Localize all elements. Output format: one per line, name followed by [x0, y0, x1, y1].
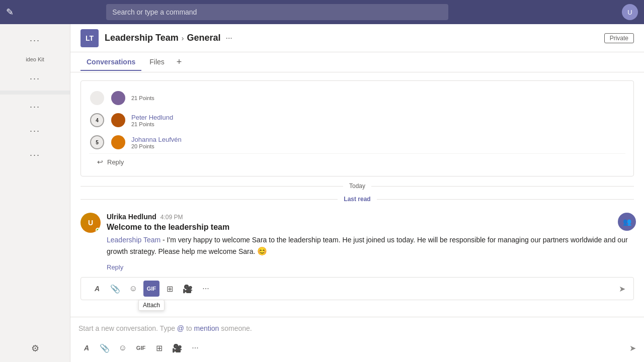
more-btn-lower[interactable]: ··· — [187, 340, 203, 356]
compose-area: Start a new conversation. Type @ to ment… — [70, 317, 644, 362]
compose-placeholder[interactable]: Start a new conversation. Type @ to ment… — [78, 321, 636, 338]
sidebar-item-1[interactable]: ··· — [0, 28, 70, 52]
user-name-5[interactable]: Johanna Leufvén — [131, 136, 625, 143]
gif-btn-upper[interactable]: GIF Attach — [143, 281, 159, 297]
video-icon-upper: 🎥 — [183, 284, 193, 294]
emoji-btn-upper[interactable]: ☺ — [125, 281, 141, 297]
avatar-initials: U — [88, 219, 93, 227]
sidebar-dots-4: ··· — [30, 123, 40, 139]
emoji-btn-lower[interactable]: ☺ — [115, 340, 131, 356]
tab-add-button[interactable]: + — [173, 55, 186, 69]
tab-conversations[interactable]: Conversations — [80, 54, 141, 71]
team-icon: LT — [80, 29, 99, 47]
chevron-icon: › — [182, 34, 184, 42]
message-body-text: - I'm very happy to welcome Sara to the … — [107, 236, 628, 255]
lower-toolbar: A 📎 ☺ GIF ⊞ 🎥 ··· — [78, 338, 636, 358]
messages-area[interactable]: 21 Points 4 Peter Hedlund 21 Points — [70, 72, 644, 317]
sidebar-dots-5: ··· — [30, 147, 40, 163]
message-mention[interactable]: Leadership Team — [107, 236, 160, 244]
attach-tooltip: Attach — [138, 300, 165, 311]
reply-icon: ↩ — [97, 158, 103, 166]
sidebar: ··· ideo Kit ··· ··· ··· ··· ⚙ — [0, 24, 70, 362]
message-text: Leadership Team - I'm very happy to welc… — [107, 235, 634, 257]
divider-today-row: Today — [70, 183, 644, 190]
video-btn-lower[interactable]: 🎥 — [169, 340, 185, 356]
search-bar[interactable]: Search or type a command — [106, 4, 448, 20]
user-points-top: 21 Points — [131, 95, 625, 101]
sticker-btn-lower[interactable]: ⊞ — [151, 340, 167, 356]
gif-icon-upper: GIF — [147, 286, 156, 292]
format-btn-upper[interactable]: A — [89, 281, 105, 297]
leaderboard-row-5: 5 Johanna Leufvén 20 Points — [89, 131, 625, 153]
video-btn-upper[interactable]: 🎥 — [180, 281, 196, 297]
online-indicator — [96, 228, 100, 232]
top-bar: ✎ Search or type a command U — [0, 0, 644, 24]
user-name-4[interactable]: Peter Hedlund — [131, 114, 625, 121]
divider-today-label: Today — [343, 183, 371, 190]
user-avatar-top[interactable]: U — [622, 4, 638, 20]
message-sender[interactable]: Ulrika Hedlund — [107, 213, 156, 221]
divider-line-right-today — [371, 186, 634, 187]
user-info-top: 21 Points — [131, 95, 625, 101]
channel-more-dots[interactable]: ··· — [225, 34, 232, 43]
private-badge[interactable]: Private — [604, 33, 634, 43]
compose-icon[interactable]: ✎ — [6, 7, 14, 18]
reaction-badge[interactable]: 👥 — [618, 213, 636, 231]
compose-at: @ — [177, 324, 184, 332]
send-btn-lower[interactable]: ➤ — [629, 343, 636, 353]
sticker-icon-lower: ⊞ — [156, 343, 163, 353]
video-kit-label: ideo Kit — [26, 56, 44, 62]
divider-lastread-row: Last read — [70, 196, 644, 203]
user-points-5: 20 Points — [131, 143, 625, 149]
sticker-btn-upper[interactable]: ⊞ — [162, 281, 178, 297]
reply-label[interactable]: Reply — [107, 158, 124, 166]
compose-text-before: Start a new conversation. Type — [78, 324, 177, 332]
format-btn-lower[interactable]: A — [78, 340, 95, 356]
user-info-5: Johanna Leufvén 20 Points — [131, 136, 625, 149]
rank-badge-5: 5 — [89, 134, 105, 150]
message-title: Welcome to the leadership team — [107, 223, 634, 232]
channel-name[interactable]: General — [187, 33, 220, 43]
message-reply-button[interactable]: Reply — [107, 261, 634, 273]
send-btn-upper[interactable]: ➤ — [619, 284, 625, 294]
reaction-emoji: 👥 — [623, 218, 631, 226]
content-area: LT Leadership Team › General ··· Private… — [70, 24, 644, 362]
sidebar-dots-1: ··· — [30, 32, 40, 48]
sidebar-item-active[interactable] — [0, 90, 70, 95]
gif-btn-lower[interactable]: GIF — [133, 340, 149, 356]
more-btn-upper[interactable]: ··· — [198, 281, 214, 297]
send-icon-lower: ➤ — [629, 344, 636, 352]
divider-lastread-label: Last read — [338, 196, 376, 203]
divider-line-right-lastread — [377, 199, 634, 200]
send-icon-upper: ➤ — [619, 285, 625, 293]
sidebar-item-4[interactable]: ··· — [0, 119, 70, 143]
date-divider-today: Today — [70, 183, 644, 190]
attach-btn-upper[interactable]: 📎 — [107, 281, 123, 297]
sidebar-item-label-videkit: ideo Kit — [0, 52, 70, 66]
tab-files[interactable]: Files — [143, 54, 171, 71]
sticker-icon-upper: ⊞ — [167, 284, 173, 294]
message-time: 4:09 PM — [160, 214, 183, 221]
attach-btn-lower[interactable]: 📎 — [97, 340, 113, 356]
rank-circle-5: 5 — [90, 135, 104, 149]
settings-gear[interactable]: ⚙ — [0, 339, 70, 358]
main-layout: ··· ideo Kit ··· ··· ··· ··· ⚙ LT Leader… — [0, 24, 644, 362]
message-emoji: 😊 — [257, 247, 267, 255]
reaction-badge-container: 👥 — [618, 213, 636, 231]
sidebar-item-2[interactable]: ··· — [0, 66, 70, 90]
divider-line-left-lastread — [80, 199, 338, 200]
search-placeholder: Search or type a command — [112, 8, 197, 16]
leaderboard-card: 21 Points 4 Peter Hedlund 21 Points — [80, 80, 634, 176]
emoji-icon-lower: ☺ — [119, 343, 127, 352]
leaderboard-row-top: 21 Points — [89, 87, 625, 109]
compose-mention-link: mention — [194, 324, 219, 332]
reply-bar[interactable]: ↩ Reply — [89, 153, 625, 170]
channel-breadcrumb: Leadership Team › General ··· — [105, 33, 232, 43]
more-icon-upper: ··· — [202, 284, 209, 293]
sidebar-item-5[interactable]: ··· — [0, 143, 70, 167]
user-points-4: 21 Points — [131, 121, 625, 127]
compose-text-after: someone. — [219, 324, 252, 332]
sidebar-item-3[interactable]: ··· — [0, 95, 70, 119]
sidebar-dots-2: ··· — [30, 70, 40, 86]
rank-badge-top — [89, 90, 105, 106]
